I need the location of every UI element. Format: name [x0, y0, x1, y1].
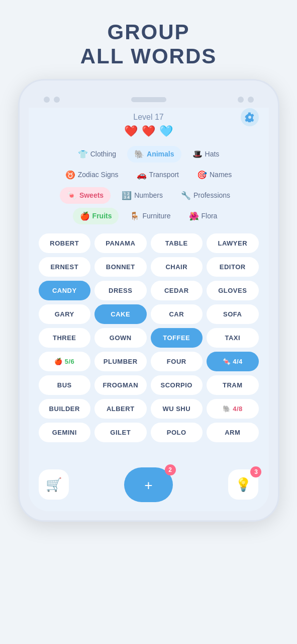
- bottom-bar: 🛒 + 2 💡 3: [29, 460, 269, 511]
- category-furniture[interactable]: 🪑 Furniture: [123, 208, 177, 224]
- heart-3: 🩵: [159, 125, 173, 138]
- bulb-icon: 💡: [235, 477, 251, 493]
- settings-button[interactable]: [241, 108, 259, 126]
- word-toffee[interactable]: TOFFEE: [151, 328, 203, 348]
- word-albert[interactable]: ALBERT: [94, 399, 147, 419]
- transport-label: Transport: [149, 171, 179, 179]
- notch-pill: [131, 97, 166, 102]
- word-bus[interactable]: BUS: [39, 375, 91, 395]
- animals-counter-value: 4/8: [233, 405, 243, 413]
- word-polo[interactable]: POLO: [151, 423, 203, 442]
- word-grid: ROBERT PANAMA TABLE LAWYER ERNEST BONNET…: [39, 233, 259, 442]
- category-names[interactable]: 🎯 Names: [190, 167, 239, 183]
- word-sofa[interactable]: SOFA: [207, 304, 259, 324]
- categories-row: 👕 Clothing 🐘 Animals 🎩 Hats ♉ Zodiac Sig…: [39, 146, 259, 224]
- word-lawyer[interactable]: LAWYER: [207, 233, 259, 253]
- fruits-counter-icon: 🍎: [54, 358, 63, 365]
- heart-2: ❤️: [142, 125, 155, 138]
- notch-dot: [248, 97, 254, 103]
- gear-icon: [245, 112, 255, 122]
- zodiac-label: Zodiac Signs: [78, 171, 119, 179]
- word-wushu[interactable]: WU SHU: [151, 399, 203, 419]
- numbers-label: Numbers: [134, 191, 163, 199]
- word-dress[interactable]: DRESS: [94, 281, 147, 300]
- category-fruits[interactable]: 🍎 Fruits: [73, 208, 119, 224]
- word-arm[interactable]: ARM: [207, 423, 259, 442]
- word-table[interactable]: TABLE: [151, 233, 203, 253]
- word-cake[interactable]: CAKE: [94, 304, 147, 324]
- word-car[interactable]: CAR: [151, 304, 203, 324]
- word-candy[interactable]: CANDY: [39, 281, 91, 300]
- word-editor[interactable]: EDITOR: [207, 257, 259, 277]
- heart-1: ❤️: [124, 125, 138, 138]
- category-numbers[interactable]: 🔢 Numbers: [115, 187, 170, 204]
- word-cedar[interactable]: CEDAR: [151, 281, 203, 300]
- word-builder[interactable]: BUILDER: [39, 399, 91, 419]
- notch-bar: [29, 90, 269, 108]
- word-bonnet[interactable]: BONNET: [94, 257, 147, 277]
- fruits-label: Fruits: [92, 212, 112, 220]
- word-gown[interactable]: GOWN: [94, 328, 147, 348]
- flora-label: Flora: [202, 212, 218, 220]
- notch-dot: [238, 97, 244, 103]
- names-icon: 🎯: [197, 170, 207, 180]
- notch-dot: [44, 97, 50, 103]
- word-frogman[interactable]: FROGMAN: [94, 375, 147, 395]
- notch-dot: [54, 97, 60, 103]
- animals-label: Animals: [147, 150, 174, 158]
- sweets-label: Sweets: [79, 191, 104, 199]
- category-clothing[interactable]: 👕 Clothing: [71, 146, 123, 163]
- clothing-icon: 👕: [78, 149, 88, 159]
- sweets-counter: 🍬 4/4: [207, 352, 259, 371]
- word-gemini[interactable]: GEMINI: [39, 423, 91, 442]
- cart-icon: 🛒: [46, 477, 62, 493]
- hats-label: Hats: [205, 150, 220, 158]
- hint-button[interactable]: 💡 3: [228, 469, 258, 500]
- fruits-icon: 🍎: [80, 211, 90, 221]
- word-gary[interactable]: GARY: [39, 304, 91, 324]
- word-taxi[interactable]: TAXI: [207, 328, 259, 348]
- category-hats[interactable]: 🎩 Hats: [185, 146, 227, 163]
- sweets-counter-icon: 🍬: [223, 358, 231, 365]
- category-flora[interactable]: 🌺 Flora: [182, 208, 225, 224]
- page-title: GROUP ALL WORDS: [80, 20, 217, 69]
- add-badge: 2: [165, 464, 176, 475]
- word-four[interactable]: FOUR: [151, 352, 203, 371]
- sweets-counter-value: 4/4: [233, 358, 243, 365]
- category-zodiac[interactable]: ♉ Zodiac Signs: [58, 167, 126, 183]
- word-panama[interactable]: PANAMA: [94, 233, 147, 253]
- furniture-icon: 🪑: [130, 211, 140, 221]
- word-tram[interactable]: TRAM: [207, 375, 259, 395]
- word-scorpio[interactable]: SCORPIO: [151, 375, 203, 395]
- transport-icon: 🚗: [137, 170, 147, 180]
- animals-icon: 🐘: [134, 149, 144, 159]
- level-text: Level 17: [133, 113, 164, 122]
- furniture-label: Furniture: [142, 212, 170, 220]
- category-professions[interactable]: 🔧 Professions: [174, 187, 237, 204]
- word-plumber[interactable]: PLUMBER: [94, 352, 147, 371]
- fruits-counter-value: 5/6: [65, 358, 75, 365]
- word-gilet[interactable]: GILET: [94, 423, 147, 442]
- flora-icon: 🌺: [189, 211, 199, 221]
- hint-badge: 3: [250, 466, 261, 477]
- hearts-row: ❤️ ❤️ 🩵: [39, 125, 259, 138]
- word-robert[interactable]: ROBERT: [39, 233, 91, 253]
- add-icon: +: [144, 477, 152, 493]
- word-ernest[interactable]: ERNEST: [39, 257, 91, 277]
- phone-frame: Level 17 ❤️ ❤️ 🩵 👕 Clothing: [18, 79, 279, 522]
- category-sweets[interactable]: 🍬 Sweets: [60, 187, 111, 204]
- hats-icon: 🎩: [192, 149, 203, 159]
- zodiac-icon: ♉: [65, 170, 75, 180]
- word-three[interactable]: THREE: [39, 328, 91, 348]
- word-gloves[interactable]: GLOVES: [207, 281, 259, 300]
- add-button[interactable]: + 2: [124, 467, 172, 502]
- animals-counter-icon: 🐘: [223, 405, 231, 413]
- category-transport[interactable]: 🚗 Transport: [130, 167, 186, 183]
- word-chair[interactable]: CHAIR: [151, 257, 203, 277]
- category-animals[interactable]: 🐘 Animals: [127, 146, 181, 163]
- phone-content: Level 17 ❤️ ❤️ 🩵 👕 Clothing: [29, 108, 269, 460]
- cart-button[interactable]: 🛒: [39, 469, 69, 500]
- sweets-icon: 🍬: [67, 191, 77, 200]
- professions-label: Professions: [193, 191, 230, 199]
- notch-dots-right: [238, 97, 254, 103]
